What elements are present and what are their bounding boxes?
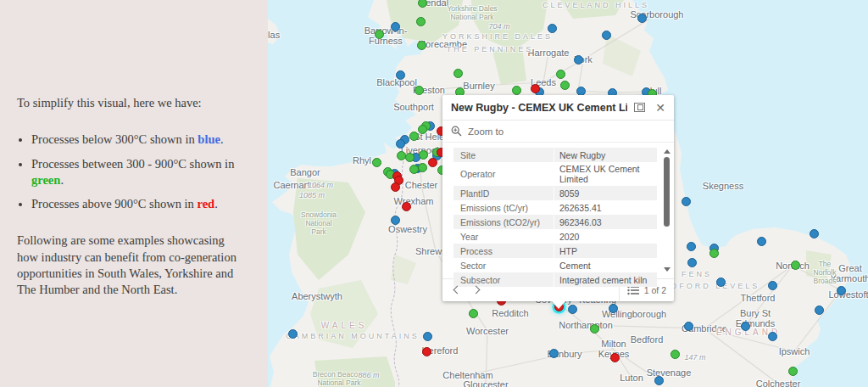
attribute-label: Sector bbox=[453, 259, 554, 272]
marker-green[interactable] bbox=[397, 151, 406, 160]
marker-blue[interactable] bbox=[568, 305, 577, 314]
scroll-up-arrow[interactable] bbox=[664, 149, 670, 154]
marker-blue[interactable] bbox=[815, 306, 824, 315]
marker-blue[interactable] bbox=[757, 237, 766, 246]
map-label: Blackpool bbox=[376, 77, 417, 87]
popup-pointer bbox=[552, 301, 565, 309]
table-scrollbar[interactable] bbox=[663, 149, 670, 272]
popup-header: New Rugby - CEMEX UK Cement Limited ✕ bbox=[442, 95, 674, 121]
marker-blue[interactable] bbox=[687, 258, 697, 267]
marker-blue[interactable] bbox=[574, 55, 583, 64]
attribute-row: PlantID8059 bbox=[453, 186, 657, 200]
marker-blue[interactable] bbox=[391, 216, 400, 225]
previous-feature-button[interactable] bbox=[453, 286, 462, 294]
attribute-value: Integrated cement kiln bbox=[554, 273, 657, 287]
zoom-to-button[interactable]: Zoom to bbox=[442, 121, 674, 143]
marker-green[interactable] bbox=[418, 163, 427, 172]
next-feature-button[interactable] bbox=[472, 286, 481, 294]
map-label: THE PENNINES bbox=[447, 45, 534, 53]
attribute-value: New Rugby bbox=[554, 149, 657, 162]
map-label: The Norfolk Broads bbox=[814, 261, 837, 285]
marker-blue[interactable] bbox=[549, 349, 559, 358]
marker-red[interactable] bbox=[422, 347, 431, 356]
marker-green[interactable] bbox=[419, 150, 428, 160]
marker-red[interactable] bbox=[428, 158, 437, 167]
attribute-value: 8059 bbox=[554, 187, 657, 200]
marker-green[interactable] bbox=[409, 165, 419, 174]
marker-green[interactable] bbox=[418, 0, 427, 8]
marker-red[interactable] bbox=[531, 84, 540, 93]
marker-blue[interactable] bbox=[716, 278, 726, 287]
close-icon[interactable]: ✕ bbox=[655, 102, 665, 114]
marker-blue[interactable] bbox=[768, 281, 777, 290]
map-label: Douglas bbox=[268, 30, 280, 40]
marker-green[interactable] bbox=[453, 69, 463, 78]
map-label: Gloucester bbox=[463, 379, 508, 387]
marker-red[interactable] bbox=[391, 182, 400, 192]
marker-blue[interactable] bbox=[288, 329, 298, 339]
marker-green[interactable] bbox=[670, 350, 680, 359]
map-label: Skegness bbox=[703, 181, 743, 191]
scroll-down-arrow[interactable] bbox=[664, 267, 670, 272]
attribute-value: 962346.03 bbox=[554, 216, 657, 229]
map-canvas[interactable]: DouglasKendalBarrow-in- FurnessMorecambe… bbox=[268, 0, 868, 387]
marker-blue[interactable] bbox=[548, 24, 557, 33]
marker-green[interactable] bbox=[788, 367, 798, 376]
marker-green[interactable] bbox=[375, 30, 384, 39]
map-label: Northampton bbox=[559, 320, 613, 330]
marker-blue[interactable] bbox=[391, 22, 400, 31]
marker-green[interactable] bbox=[469, 309, 478, 318]
marker-blue[interactable] bbox=[687, 242, 696, 251]
attribute-value: Cement bbox=[554, 259, 657, 272]
marker-green[interactable] bbox=[709, 249, 719, 258]
magnifier-plus-icon bbox=[451, 126, 462, 137]
marker-green[interactable] bbox=[417, 41, 426, 50]
marker-blue[interactable] bbox=[741, 322, 750, 331]
attribute-row: SectorCement bbox=[453, 258, 657, 272]
marker-green[interactable] bbox=[415, 86, 424, 95]
marker-red[interactable] bbox=[402, 202, 411, 211]
marker-blue[interactable] bbox=[423, 332, 432, 341]
attribute-value: CEMEX UK Cement Limited bbox=[554, 162, 657, 186]
marker-blue[interactable] bbox=[682, 197, 691, 206]
marker-green[interactable] bbox=[590, 324, 599, 334]
marker-blue[interactable] bbox=[837, 286, 846, 295]
dock-icon[interactable] bbox=[634, 103, 645, 112]
marker-blue[interactable] bbox=[768, 332, 777, 341]
marker-blue[interactable] bbox=[810, 229, 819, 238]
scrollbar-thumb[interactable] bbox=[664, 157, 670, 227]
marker-blue[interactable] bbox=[576, 87, 586, 96]
marker-green[interactable] bbox=[560, 81, 570, 90]
attribute-label: Process bbox=[453, 244, 554, 258]
map-label: 1085 m bbox=[299, 191, 325, 199]
attribute-row: SubsectorIntegrated cement kiln bbox=[453, 272, 657, 287]
attribute-label: PlantID bbox=[453, 187, 554, 200]
marker-green[interactable] bbox=[372, 158, 381, 167]
map-label: Wrexham bbox=[394, 196, 434, 206]
marker-blue[interactable] bbox=[684, 322, 693, 331]
marker-blue[interactable] bbox=[637, 14, 647, 23]
marker-blue[interactable] bbox=[609, 304, 618, 313]
attribute-value: 2020 bbox=[554, 230, 657, 244]
legend-bullet: Processes between 300 - 900°C shown in g… bbox=[31, 156, 246, 189]
attribute-label: Year bbox=[453, 230, 554, 244]
map-label: Redditch bbox=[492, 308, 528, 318]
marker-green[interactable] bbox=[791, 261, 800, 270]
marker-green[interactable] bbox=[405, 153, 415, 162]
map-label: Burnley bbox=[463, 81, 494, 91]
marker-green[interactable] bbox=[409, 132, 419, 141]
map-label: Colchester bbox=[756, 379, 801, 387]
marker-green[interactable] bbox=[556, 70, 565, 79]
attribute-row: Emissions (tC/yr)262635.41 bbox=[453, 200, 657, 215]
marker-blue[interactable] bbox=[396, 139, 405, 149]
marker-blue[interactable] bbox=[654, 376, 664, 385]
marker-green[interactable] bbox=[416, 17, 426, 26]
marker-green[interactable] bbox=[512, 86, 521, 95]
map-label: Thetford bbox=[741, 293, 776, 303]
map-label: FENS bbox=[682, 270, 712, 278]
attribute-table: SiteNew RugbyOperatorCEMEX UK Cement Lim… bbox=[453, 148, 657, 287]
marker-blue[interactable] bbox=[602, 31, 611, 40]
marker-red[interactable] bbox=[610, 353, 620, 362]
marker-blue[interactable] bbox=[396, 70, 405, 80]
marker-green[interactable] bbox=[418, 125, 427, 134]
